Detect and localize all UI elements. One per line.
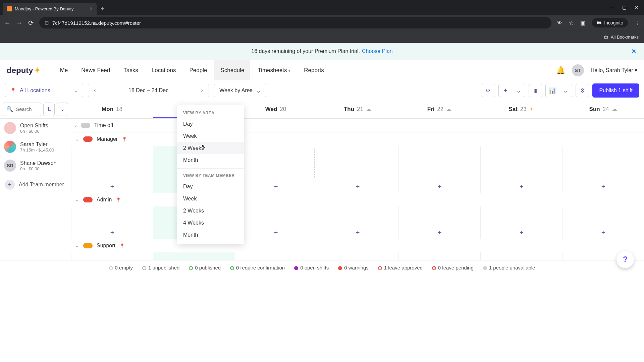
schedule-cell[interactable]: + (235, 206, 317, 239)
status-item[interactable]: 0 published (189, 265, 221, 270)
next-week-button[interactable]: › (195, 87, 209, 94)
nav-item-me[interactable]: Me (54, 60, 74, 80)
nav-item-locations[interactable]: Locations (146, 60, 182, 80)
add-shift-icon[interactable]: + (317, 227, 398, 239)
status-item[interactable]: 0 require confirmation (230, 265, 285, 270)
reload-icon[interactable]: ⟳ (28, 19, 34, 27)
url-bar[interactable]: ⊟ 7cf47d19112152.na.deputy.com/#roster (39, 17, 551, 28)
add-shift-icon[interactable]: + (399, 181, 480, 193)
location-dropdown[interactable]: 📍 All Locations ⌄ (5, 84, 83, 97)
day-header[interactable]: Wed 20 (235, 100, 317, 118)
filter-button[interactable]: ⌄ (57, 103, 68, 116)
sort-button[interactable]: ⇅ (43, 103, 55, 116)
add-shift-icon[interactable]: + (399, 227, 480, 239)
schedule-cell[interactable]: + (235, 146, 317, 193)
schedule-cell[interactable]: + (71, 146, 153, 193)
area-header[interactable]: ⌄ Manager 📍 (71, 132, 644, 146)
status-item[interactable]: 0 warnings (338, 265, 369, 270)
nav-item-reports[interactable]: Reports (298, 60, 330, 80)
schedule-cell[interactable]: + (71, 206, 153, 239)
add-team-member-button[interactable]: + Add Team member (0, 175, 71, 194)
incognito-badge[interactable]: 🕶 Incognito (592, 18, 628, 27)
stats-menu[interactable]: ⌄ (559, 84, 572, 97)
add-shift-icon[interactable]: + (235, 227, 317, 239)
add-shift-icon[interactable]: + (71, 227, 153, 239)
view-option[interactable]: Day (177, 181, 244, 193)
close-window-icon[interactable]: ✕ (635, 5, 639, 10)
add-shift-icon[interactable]: + (562, 181, 644, 193)
collapse-icon[interactable]: ⌄ (75, 197, 79, 202)
all-bookmarks-link[interactable]: All Bookmarks (611, 35, 639, 40)
area-header[interactable]: › Time off (71, 119, 644, 132)
collapse-icon[interactable]: ⌄ (75, 243, 79, 248)
bookmark-star-icon[interactable]: ☆ (569, 20, 574, 26)
schedule-cell[interactable]: + (317, 206, 398, 239)
refresh-button[interactable]: ⟳ (482, 84, 495, 97)
view-option[interactable]: 2 Weeks (177, 142, 244, 154)
person-row[interactable]: Sarah Tyler 7h 15m · $145.00 (0, 137, 71, 156)
view-option[interactable]: Week (177, 130, 244, 142)
status-item[interactable]: 1 unpublished (142, 265, 179, 270)
view-option[interactable]: 2 Weeks (177, 205, 244, 217)
day-header[interactable]: Fri 22 ☁ (398, 100, 480, 118)
schedule-cell[interactable]: + (398, 146, 480, 193)
area-header[interactable]: ⌄ Support 📍 (71, 239, 644, 252)
nav-item-tasks[interactable]: Tasks (117, 60, 144, 80)
maximize-icon[interactable]: ▢ (622, 5, 627, 10)
date-range-label[interactable]: 18 Dec – 24 Dec (102, 87, 195, 94)
status-item[interactable]: 1 people unavailable (483, 265, 535, 270)
area-header[interactable]: ⌄ Admin 📍 (71, 193, 644, 206)
add-shift-icon[interactable]: + (317, 181, 398, 193)
search-input-wrapper[interactable]: 🔍 (3, 103, 41, 116)
nav-item-schedule[interactable]: Schedule (214, 60, 250, 80)
schedule-cell[interactable]: + (480, 206, 562, 239)
schedule-cell[interactable]: + (562, 206, 644, 239)
add-shift-icon[interactable]: + (235, 181, 317, 193)
add-shift-menu[interactable]: ⌄ (512, 84, 525, 97)
schedule-cell[interactable]: + (317, 146, 398, 193)
add-shift-icon[interactable]: + (481, 181, 562, 193)
view-option[interactable]: Day (177, 118, 244, 130)
publish-button[interactable]: Publish 1 shift (592, 83, 639, 98)
close-banner-icon[interactable]: × (632, 47, 636, 56)
add-shift-icon[interactable]: + (71, 181, 153, 193)
collapse-icon[interactable]: ⌄ (75, 136, 79, 142)
schedule-cell[interactable]: + (562, 146, 644, 193)
back-icon[interactable]: ← (4, 19, 11, 27)
new-tab-button[interactable]: + (101, 5, 105, 13)
schedule-cell[interactable]: + (480, 146, 562, 193)
day-header[interactable]: Mon 18 (71, 100, 153, 118)
prev-week-button[interactable]: ‹ (88, 87, 102, 94)
stats-button[interactable]: 📊 (545, 84, 559, 97)
search-input[interactable] (16, 106, 38, 112)
settings-button[interactable]: ⚙ (576, 84, 589, 97)
schedule-cell[interactable]: + (398, 206, 480, 239)
shift-placeholder[interactable] (237, 148, 315, 179)
person-row[interactable]: Open Shifts 0h · $0.00 (0, 119, 71, 137)
help-button[interactable]: ? (616, 251, 634, 268)
day-header[interactable]: Sun 24 ☁ (562, 100, 644, 118)
view-option[interactable]: Month (177, 229, 244, 241)
status-item[interactable]: 0 empty (109, 265, 133, 270)
view-dropdown-toggle[interactable]: Week by Area ⌄ (214, 84, 266, 97)
day-header[interactable]: Sat 23 ☀ (480, 100, 562, 118)
status-item[interactable]: 0 open shifts (294, 265, 329, 270)
choose-plan-link[interactable]: Choose Plan (362, 48, 393, 54)
nav-item-people[interactable]: People (183, 60, 213, 80)
browser-tab[interactable]: Moodjoy - Powered By Deputy × (3, 3, 97, 15)
user-avatar[interactable]: ST (572, 64, 584, 76)
eye-off-icon[interactable]: 👁 (557, 20, 562, 26)
notifications-icon[interactable]: 🔔 (556, 66, 565, 75)
add-shift-icon[interactable]: + (562, 227, 644, 239)
day-header[interactable]: Thu 21 ☁ (317, 100, 398, 118)
view-option[interactable]: Month (177, 154, 244, 166)
logo[interactable]: deputy ✦ (7, 66, 41, 75)
view-option[interactable]: Week (177, 193, 244, 205)
minimize-icon[interactable]: ― (609, 5, 614, 10)
add-shift-icon[interactable]: + (481, 227, 562, 239)
copy-button[interactable]: ▮ (529, 84, 542, 97)
person-row[interactable]: SD Shane Dawson 0h · $0.00 (0, 156, 71, 175)
close-tab-icon[interactable]: × (90, 6, 93, 12)
site-settings-icon[interactable]: ⊟ (45, 20, 49, 26)
forward-icon[interactable]: → (16, 19, 23, 27)
